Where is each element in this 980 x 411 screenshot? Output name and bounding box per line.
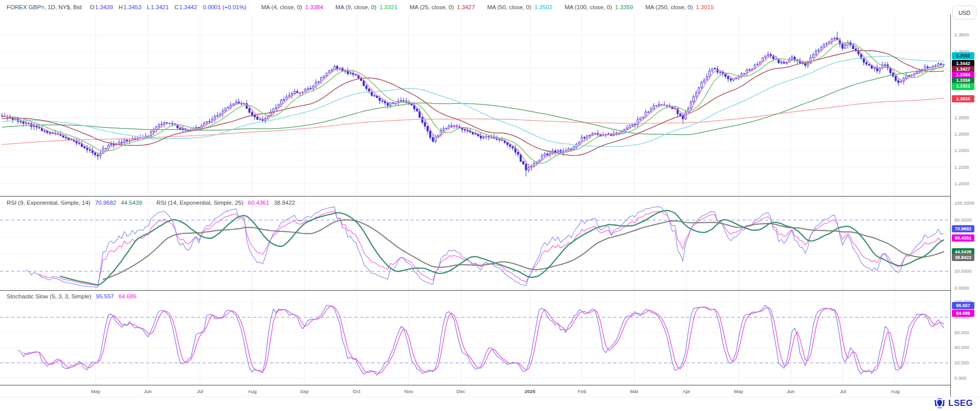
price-tick: 1.3800 [954,32,969,37]
rsi-legend-label-2[interactable]: RSI (14, Exponential, Simple, 25) [157,200,243,206]
ma250-price-badge: 1.3015 [952,95,974,102]
close-value: C1.3442 [174,4,197,10]
rsi-panel[interactable] [0,197,950,290]
footer-divider [0,397,980,397]
lseg-crest-icon [933,398,946,408]
rsi14-avg-value: 38.8422 [274,200,295,206]
rsi-tick: 80.0000 [954,218,972,223]
month-label: Sep [300,388,309,394]
stoch-k-badge: 95.557 [952,302,974,309]
rsi9-avg-value: 44.5439 [121,200,142,206]
month-label: Nov [405,388,413,394]
ma-legend-item[interactable]: MA (100, close, 0)1.3359 [565,4,633,10]
rsi-legend: RSI (9, Exponential, Simple, 14) 70.9682… [7,200,295,206]
stoch-tick: 40.000 [954,345,969,350]
low-value: L1.3421 [147,4,169,10]
open-value: O1.3439 [90,4,113,10]
stoch-k-value: 95.557 [96,293,114,299]
ma-legend-item[interactable]: MA (250, close, 0)1.3015 [645,4,714,10]
rsi-tick: 20.0000 [954,269,972,274]
rsi14-value: 60.4361 [248,200,270,206]
ma-legend-item[interactable]: MA (9, close, 0)1.3321 [336,4,397,10]
currency-toggle-button[interactable]: USD [952,6,976,19]
month-label: Aug [891,388,900,394]
lseg-logo: LSEG [933,398,973,408]
month-label: Jun [787,388,794,394]
panel-divider[interactable] [0,290,980,291]
change-value: 0.0001 (+0.01%) [203,4,246,10]
main-price-panel[interactable] [0,14,950,196]
high-value: H1.3453 [119,4,142,10]
stochastic-legend: Stochastic Slow (5, 3, 3, Simple) 95.557… [7,293,137,299]
stoch-d-value: 84.686 [119,293,137,299]
stoch-tick: 0.000 [954,376,967,381]
price-tick: 1.2000 [954,181,969,186]
ma-legend-group: MA (4, close, 0)1.3384 MA (9, close, 0)1… [261,4,726,10]
rsi-tick: 0.0000 [954,286,969,291]
price-tick: 1.2400 [954,148,969,153]
ma9-price-badge: 1.3321 [952,83,974,90]
symbol-title[interactable]: FOREX GBP=, 1D, NY$, Bid [7,4,82,10]
rsi9-value: 70.9682 [95,200,117,206]
month-label: Jun [144,388,151,394]
year-label: 2025 [524,388,535,394]
ma-legend-item[interactable]: MA (25, close, 0)1.3427 [410,4,475,10]
lseg-logo-text: LSEG [948,398,973,408]
month-label: Apr [683,388,691,394]
month-label: Feb [578,388,586,394]
panel-divider[interactable] [0,196,980,197]
rsi9-badge: 70.9682 [952,225,974,232]
price-axis[interactable]: 1.3800 1.3600 1.2800 1.2600 1.2400 1.220… [951,0,980,397]
month-label: Dec [457,388,465,394]
chart-legend-bar: FOREX GBP=, 1D, NY$, Bid O1.3439 H1.3453… [0,0,953,14]
rsi-tick: 100.0000 [954,201,974,206]
month-label: Aug [248,388,257,394]
month-label: Mar [630,388,638,394]
stoch-tick: 20.000 [954,360,969,365]
month-label: May [734,388,743,394]
month-label: May [91,388,100,394]
ma-legend-item[interactable]: MA (4, close, 0)1.3384 [261,4,323,10]
price-tick: 1.2600 [954,132,969,137]
ma-legend-item[interactable]: MA (50, close, 0)1.3502 [487,4,552,10]
stoch-d-badge: 84.686 [952,310,974,317]
stoch-legend-label[interactable]: Stochastic Slow (5, 3, 3, Simple) [7,293,92,299]
rsi14-badge: 60.4361 [952,234,974,242]
ma50-price-badge: 1.3502 [952,52,974,59]
rsi14-avg-badge: 38.8422 [952,254,974,261]
stoch-tick: 60.000 [954,330,969,335]
rsi-legend-label[interactable]: RSI (9, Exponential, Simple, 14) [7,200,91,206]
month-label: Oct [353,388,361,394]
price-tick: 1.2200 [954,165,969,170]
price-tick: 1.2800 [954,115,969,120]
month-label: Jul [840,388,846,394]
month-label: Jul [197,388,203,394]
stochastic-panel[interactable] [0,291,950,385]
time-axis[interactable]: May Jun Jul Aug Sep Oct Nov Dec 2025 Feb… [0,385,950,397]
